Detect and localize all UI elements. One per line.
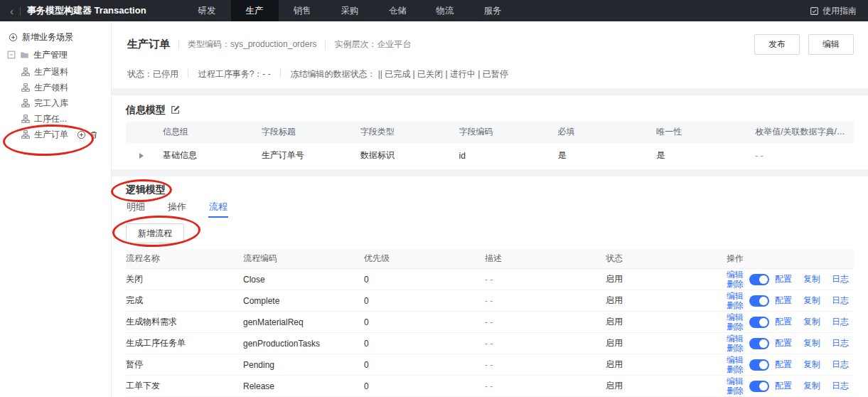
add-scenario-button[interactable]: 新增业务场景 xyxy=(0,28,111,46)
enable-toggle[interactable] xyxy=(749,338,769,349)
divider xyxy=(188,68,188,78)
log-link[interactable]: 日志 xyxy=(832,273,849,285)
edit-pencil-icon[interactable] xyxy=(171,105,181,115)
delete-link[interactable]: 删除 xyxy=(727,386,744,396)
table-row: 生成物料需求 genMaterialReq 0 - - 启用 编辑 删除 配置 … xyxy=(126,312,854,333)
copy-link[interactable]: 复制 xyxy=(803,359,820,371)
edit-link[interactable]: 编辑 xyxy=(727,377,744,386)
nav-tab-production[interactable]: 生产 xyxy=(231,0,279,21)
enable-toggle[interactable] xyxy=(749,274,769,285)
status-state: 状态：已停用 xyxy=(127,69,178,79)
instance-level-label: 实例层次：企业平台 xyxy=(334,38,411,51)
copy-link[interactable]: 复制 xyxy=(803,295,820,307)
add-scenario-label: 新增业务场景 xyxy=(22,31,73,43)
log-link[interactable]: 日志 xyxy=(832,337,849,349)
enable-toggle[interactable] xyxy=(749,317,769,328)
priority-cell: 0 xyxy=(364,360,485,370)
toggle-knob xyxy=(759,318,768,327)
flow-name-cell: 关闭 xyxy=(126,273,243,285)
column-header: 字段标题 xyxy=(262,126,360,138)
topbar: ‹ 事务模型构建器 Transaction 研发 生产 销售 采购 仓储 物流 … xyxy=(0,0,868,21)
sidebar-item-finished-goods[interactable]: 完工入库 xyxy=(0,95,111,111)
edit-button[interactable]: 编辑 xyxy=(808,34,854,55)
nav-tab-sales[interactable]: 销售 xyxy=(279,0,326,21)
column-header: 描述 xyxy=(485,253,606,265)
nav-tab-warehouse[interactable]: 仓储 xyxy=(374,0,422,21)
delete-link[interactable]: 删除 xyxy=(727,344,744,353)
config-link[interactable]: 配置 xyxy=(775,380,792,392)
user-guide-button[interactable]: 使用指南 xyxy=(810,0,868,21)
edit-link[interactable]: 编辑 xyxy=(727,313,744,322)
edit-link[interactable]: 编辑 xyxy=(727,334,744,344)
column-header: 字段编码 xyxy=(459,126,558,138)
log-link[interactable]: 日志 xyxy=(832,380,849,392)
flow-table-header: 流程名称 流程编码 优先级 描述 状态 操作 xyxy=(126,249,854,269)
toggle-knob xyxy=(759,339,768,348)
tab-operation[interactable]: 操作 xyxy=(167,199,187,218)
copy-link[interactable]: 复制 xyxy=(803,273,820,285)
description-cell: - - xyxy=(485,275,606,285)
enable-toggle[interactable] xyxy=(749,295,769,307)
publish-button[interactable]: 发布 xyxy=(754,34,800,55)
sidebar-item-material-picking[interactable]: 生产领料 xyxy=(0,80,111,95)
sidebar-group-label: 生产管理 xyxy=(33,49,68,61)
edit-link[interactable]: 编辑 xyxy=(727,292,744,301)
edit-link[interactable]: 编辑 xyxy=(727,270,744,280)
expand-row-icon[interactable] xyxy=(139,153,144,159)
flow-node-icon xyxy=(21,115,30,123)
sidebar-item-label: 生产领料 xyxy=(34,82,68,94)
config-link[interactable]: 配置 xyxy=(775,273,792,285)
config-link[interactable]: 配置 xyxy=(775,337,792,349)
plus-circle-icon xyxy=(9,33,18,42)
field-type-cell: 数据标识 xyxy=(360,149,459,162)
flow-code-cell: Pending xyxy=(243,360,364,370)
config-link[interactable]: 配置 xyxy=(775,295,792,307)
flow-node-icon xyxy=(21,130,30,139)
nav-tab-rd[interactable]: 研发 xyxy=(183,0,231,21)
log-link[interactable]: 日志 xyxy=(832,295,849,307)
edit-link[interactable]: 编辑 xyxy=(727,356,744,365)
page-title: 生产订单 xyxy=(127,38,170,51)
sidebar-item-process-task[interactable]: 工序任... xyxy=(0,111,111,127)
nav-tab-procurement[interactable]: 采购 xyxy=(326,0,374,21)
tab-flow[interactable]: 流程 xyxy=(208,199,228,218)
enable-toggle[interactable] xyxy=(749,359,769,371)
row-actions: 编辑 删除 配置 复制 日志 xyxy=(727,270,854,289)
sidebar-group-production[interactable]: 生产管理 xyxy=(0,46,111,64)
delete-link[interactable]: 删除 xyxy=(727,301,744,310)
sidebar-item-production-order[interactable]: 生产订单 xyxy=(0,127,111,142)
table-row: 暂停 Pending 0 - - 启用 编辑 删除 配置 复制 日志 xyxy=(126,354,854,376)
sidebar-item-production-return[interactable]: 生产退料 xyxy=(0,64,111,80)
config-link[interactable]: 配置 xyxy=(775,359,792,371)
tab-detail[interactable]: 明细 xyxy=(126,199,146,218)
log-link[interactable]: 日志 xyxy=(832,359,849,371)
back-icon[interactable]: ‹ xyxy=(10,6,14,16)
delete-link[interactable]: 删除 xyxy=(727,280,744,289)
nav-tab-logistics[interactable]: 物流 xyxy=(422,0,469,21)
divider xyxy=(325,40,326,50)
row-actions: 编辑 删除 配置 复制 日志 xyxy=(727,377,854,396)
copy-link[interactable]: 复制 xyxy=(803,316,820,328)
priority-cell: 0 xyxy=(364,381,485,391)
add-flow-button[interactable]: 新增流程 xyxy=(126,223,184,243)
delete-link[interactable]: 删除 xyxy=(727,322,744,332)
copy-link[interactable]: 复制 xyxy=(803,380,820,392)
nav-tab-service[interactable]: 服务 xyxy=(469,0,517,21)
copy-link[interactable]: 复制 xyxy=(803,337,820,349)
config-link[interactable]: 配置 xyxy=(775,316,792,328)
type-code-label: 类型编码：sys_production_orders xyxy=(188,38,316,51)
flow-code-cell: genProductionTasks xyxy=(243,339,364,349)
add-icon[interactable] xyxy=(77,130,86,139)
log-link[interactable]: 日志 xyxy=(832,316,849,328)
delete-link[interactable]: 删除 xyxy=(727,365,744,374)
column-header: 唯一性 xyxy=(656,126,755,138)
flow-node-icon xyxy=(21,83,30,92)
flow-name-cell: 生成工序任务单 xyxy=(126,337,243,349)
priority-cell: 0 xyxy=(364,275,485,285)
enable-toggle[interactable] xyxy=(749,381,769,392)
trash-icon[interactable] xyxy=(90,130,98,139)
flow-node-icon xyxy=(21,68,30,76)
priority-cell: 0 xyxy=(364,296,485,306)
info-group-cell: 基础信息 xyxy=(163,149,262,162)
column-header: 操作 xyxy=(727,253,854,265)
